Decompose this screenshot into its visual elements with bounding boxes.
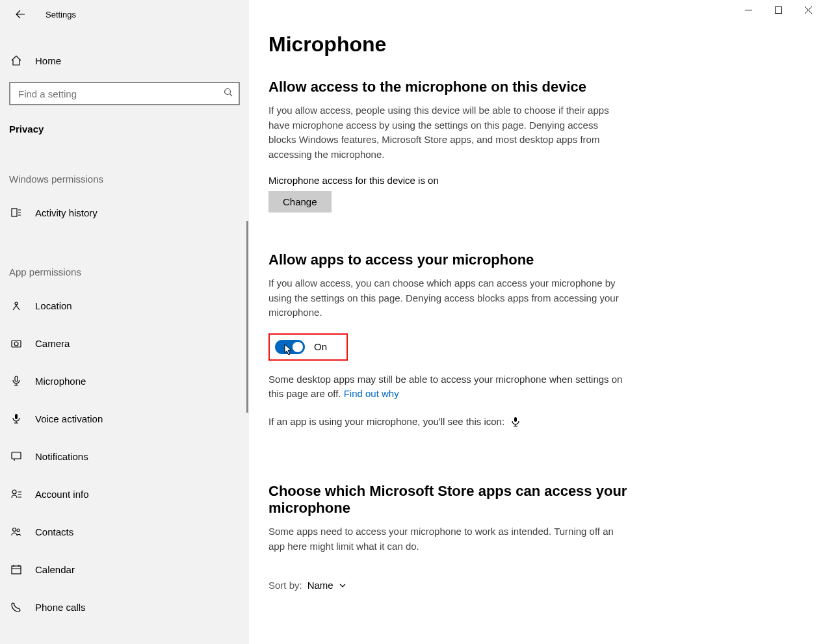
- close-button[interactable]: [793, 0, 823, 19]
- sidebar-item-label: Calendar: [35, 564, 75, 575]
- camera-icon: [9, 337, 23, 349]
- section-heading-device-access: Allow access to the microphone on this d…: [268, 79, 803, 96]
- sidebar-group-windows-permissions: Windows permissions: [0, 174, 249, 185]
- microphone-in-use-icon: [511, 417, 520, 431]
- account-info-icon: [9, 488, 23, 500]
- svg-rect-13: [514, 417, 517, 422]
- sidebar-item-label: Account info: [35, 489, 89, 500]
- section-desc-choose-apps: Some apps need to access your microphone…: [268, 524, 620, 554]
- note-text: Some desktop apps may still be able to a…: [268, 374, 622, 400]
- sidebar-item-phone-calls[interactable]: Phone calls: [0, 592, 249, 622]
- window-controls: [733, 0, 823, 19]
- svg-point-9: [13, 528, 16, 532]
- toggle-knob: [293, 342, 303, 352]
- chevron-down-icon: [339, 582, 346, 589]
- home-icon: [9, 55, 23, 66]
- titlebar: Settings: [0, 0, 249, 29]
- page-title: Microphone: [268, 32, 803, 57]
- apps-access-toggle-row: On: [268, 333, 348, 361]
- location-icon: [9, 300, 23, 311]
- sidebar-item-calendar[interactable]: Calendar: [0, 554, 249, 584]
- svg-rect-7: [12, 452, 21, 459]
- sidebar-group-app-permissions: App permissions: [0, 266, 249, 277]
- sort-by-value: Name: [307, 580, 333, 591]
- window-title: Settings: [46, 10, 76, 19]
- close-icon: [805, 6, 812, 14]
- section-heading-apps-access: Allow apps to access your microphone: [268, 251, 803, 268]
- contacts-icon: [9, 526, 23, 537]
- minimize-button[interactable]: [733, 0, 763, 19]
- search-wrap: [0, 82, 249, 105]
- voice-activation-icon: [9, 413, 23, 424]
- back-button[interactable]: [10, 5, 30, 24]
- sidebar-item-account-info[interactable]: Account info: [0, 479, 249, 509]
- mic-in-use-note: If an app is using your microphone, you'…: [268, 415, 633, 431]
- sort-by-label: Sort by:: [268, 580, 302, 591]
- svg-rect-5: [15, 376, 18, 381]
- activity-history-icon: [9, 207, 23, 218]
- desktop-apps-note: Some desktop apps may still be able to a…: [268, 372, 633, 402]
- toggle-state-label: On: [314, 341, 327, 352]
- sidebar: Settings Home Privacy Windows permission…: [0, 0, 249, 644]
- sidebar-item-notifications[interactable]: Notifications: [0, 441, 249, 471]
- sidebar-item-activity-history[interactable]: Activity history: [0, 198, 249, 227]
- sidebar-item-label: Home: [35, 55, 61, 66]
- sidebar-item-label: Location: [35, 300, 72, 311]
- nav-list-app-permissions: Location Camera Microphone Voice activat…: [0, 290, 249, 622]
- maximize-button[interactable]: [763, 0, 793, 19]
- sort-by-dropdown[interactable]: Sort by: Name: [268, 580, 803, 591]
- svg-rect-12: [775, 6, 781, 13]
- sidebar-scrollbar[interactable]: [246, 221, 248, 413]
- microphone-icon: [9, 375, 23, 387]
- section-desc-device-access: If you allow access, people using this d…: [268, 103, 620, 162]
- sidebar-item-label: Activity history: [35, 207, 98, 218]
- sidebar-category-label: Privacy: [0, 123, 249, 135]
- phone-calls-icon: [9, 601, 23, 613]
- section-desc-apps-access: If you allow access, you can choose whic…: [268, 276, 620, 320]
- notifications-icon: [9, 450, 23, 462]
- find-out-why-link[interactable]: Find out why: [344, 388, 399, 399]
- nav-list-windows-permissions: Activity history: [0, 198, 249, 227]
- svg-rect-1: [12, 209, 17, 216]
- svg-point-4: [14, 342, 18, 346]
- back-arrow-icon: [15, 9, 25, 19]
- apps-access-toggle[interactable]: [275, 340, 305, 354]
- main-content: Microphone Allow access to the microphon…: [249, 0, 823, 644]
- change-button[interactable]: Change: [268, 191, 332, 213]
- sidebar-item-location[interactable]: Location: [0, 290, 249, 320]
- sidebar-item-label: Voice activation: [35, 413, 103, 424]
- maximize-icon: [775, 6, 782, 14]
- sidebar-item-label: Camera: [35, 338, 70, 349]
- device-access-status: Microphone access for this device is on: [268, 175, 803, 186]
- minimize-icon: [745, 6, 752, 14]
- sidebar-item-microphone[interactable]: Microphone: [0, 366, 249, 396]
- sidebar-item-label: Contacts: [35, 526, 73, 537]
- section-heading-choose-apps: Choose which Microsoft Store apps can ac…: [268, 483, 633, 517]
- search-input[interactable]: [9, 82, 240, 105]
- sidebar-item-label: Notifications: [35, 451, 88, 462]
- sidebar-item-label: Microphone: [35, 376, 86, 387]
- svg-point-2: [15, 302, 18, 305]
- sidebar-item-contacts[interactable]: Contacts: [0, 517, 249, 547]
- sidebar-item-home[interactable]: Home: [0, 45, 249, 75]
- sidebar-item-voice-activation[interactable]: Voice activation: [0, 404, 249, 433]
- sidebar-item-camera[interactable]: Camera: [0, 328, 249, 358]
- svg-rect-11: [12, 566, 21, 574]
- svg-point-8: [12, 490, 16, 494]
- calendar-icon: [9, 563, 23, 575]
- sidebar-item-label: Phone calls: [35, 602, 86, 613]
- svg-point-10: [17, 529, 20, 532]
- note-text: If an app is using your microphone, you'…: [268, 416, 504, 427]
- svg-rect-6: [15, 414, 18, 419]
